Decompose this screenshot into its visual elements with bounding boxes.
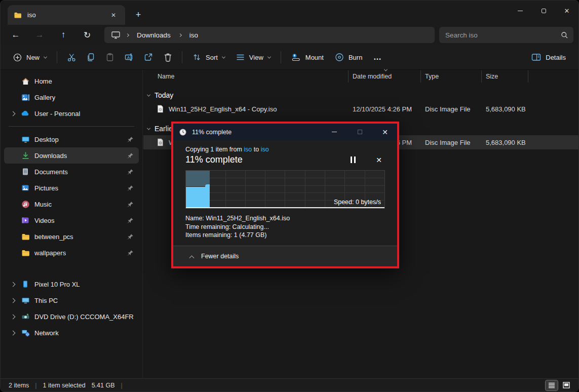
file-row-win11-copy-iso[interactable]: Win11_25H2_English_x64 - Copy.iso 12/10/… xyxy=(143,102,578,116)
videos-icon xyxy=(21,216,30,225)
new-tab-button[interactable]: + xyxy=(131,8,145,22)
status-separator: | xyxy=(121,382,123,389)
share-button[interactable] xyxy=(139,48,158,66)
copy-button[interactable] xyxy=(81,48,100,66)
pause-button[interactable] xyxy=(349,154,358,165)
fewer-details-button[interactable]: Fewer details xyxy=(173,246,397,266)
sort-button[interactable]: Sort xyxy=(187,48,230,66)
sidebar-label: Home xyxy=(34,77,52,85)
items-count: 2 items xyxy=(9,382,29,389)
dialog-close-button[interactable]: ✕ xyxy=(375,124,395,140)
sidebar-label: DVD Drive (D:) CCCOMA_X64FRE_EN-US_D xyxy=(34,313,134,321)
sidebar-item-pictures[interactable]: Pictures xyxy=(4,180,139,196)
column-header-type[interactable]: Type xyxy=(421,70,482,83)
chevron-right-icon[interactable] xyxy=(10,330,15,335)
column-header-name[interactable]: Name xyxy=(143,70,349,83)
sidebar-item-music[interactable]: Music xyxy=(4,196,139,212)
breadcrumb-iso[interactable]: iso xyxy=(187,30,200,40)
chevron-right-icon[interactable] xyxy=(10,282,15,287)
sidebar-item-network[interactable]: Network xyxy=(4,325,139,341)
chevron-right-icon[interactable] xyxy=(10,298,15,303)
forward-button[interactable]: → xyxy=(31,27,48,43)
details-view-toggle[interactable] xyxy=(546,380,558,390)
selection-count: 1 item selected xyxy=(43,382,86,389)
mount-button[interactable]: Mount xyxy=(286,48,329,66)
source-folder-link[interactable]: iso xyxy=(244,146,252,153)
sidebar-item-dvd-drive[interactable]: DVD Drive (D:) CCCOMA_X64FRE_EN-US_D xyxy=(4,308,139,325)
window-maximize-button[interactable] xyxy=(532,1,555,21)
delete-button[interactable] xyxy=(158,48,177,66)
onedrive-cloud-icon xyxy=(21,109,30,118)
group-header-today[interactable]: Today xyxy=(143,89,578,102)
sidebar-label: Desktop xyxy=(34,136,59,143)
navigation-bar: ← → ↑ ↻ Downloads iso xyxy=(1,25,578,45)
sidebar-item-wallpapers[interactable]: wallpapers xyxy=(4,245,139,261)
sidebar-item-pixel-10-pro-xl[interactable]: Pixel 10 Pro XL xyxy=(4,276,139,292)
dialog-titlebar: 11% complete ✕ xyxy=(173,124,397,140)
tab-iso[interactable]: iso ✕ xyxy=(8,5,125,25)
home-icon xyxy=(21,76,30,86)
cut-button[interactable] xyxy=(62,48,81,66)
breadcrumb-downloads[interactable]: Downloads xyxy=(135,30,173,40)
sidebar-item-this-pc[interactable]: This PC xyxy=(4,292,139,308)
sidebar-item-downloads[interactable]: Downloads xyxy=(4,147,139,164)
mount-icon xyxy=(291,53,301,62)
sidebar-divider xyxy=(9,126,134,127)
details-pane-button[interactable]: Details xyxy=(526,48,571,66)
rename-button[interactable]: A xyxy=(120,48,139,66)
fewer-details-label: Fewer details xyxy=(201,253,239,260)
minimize-icon xyxy=(518,11,523,11)
paste-button[interactable] xyxy=(100,48,120,66)
chart-fill-cyan xyxy=(186,187,210,208)
back-button[interactable]: ← xyxy=(7,27,24,43)
refresh-button[interactable]: ↻ xyxy=(79,27,96,43)
disc-image-file-icon xyxy=(157,138,164,146)
up-button[interactable]: ↑ xyxy=(55,27,72,43)
burn-label: Burn xyxy=(349,54,362,61)
cancel-copy-button[interactable]: ✕ xyxy=(373,155,385,165)
detail-time-remaining: Time remaining: Calculating... xyxy=(185,223,385,231)
large-icons-view-toggle[interactable] xyxy=(560,380,572,390)
view-icon xyxy=(236,54,245,61)
more-options-button[interactable]: … xyxy=(368,48,387,66)
tab-title: iso xyxy=(27,11,36,19)
downloads-icon xyxy=(21,151,30,160)
chevron-down-icon[interactable] xyxy=(147,93,150,96)
documents-icon xyxy=(21,167,30,176)
window-minimize-button[interactable] xyxy=(509,1,532,21)
chevron-right-icon[interactable] xyxy=(10,314,15,319)
view-button[interactable]: View xyxy=(230,48,276,66)
folder-icon xyxy=(14,11,22,19)
column-header-date-modified[interactable]: Date modified xyxy=(349,70,421,83)
sidebar-label: Music xyxy=(34,201,52,208)
sidebar-label: Pictures xyxy=(34,184,58,192)
pin-icon xyxy=(127,136,134,143)
sidebar-item-desktop[interactable]: Desktop xyxy=(4,131,139,147)
sidebar-item-gallery[interactable]: Gallery xyxy=(4,89,139,105)
chevron-down-icon[interactable] xyxy=(147,126,150,130)
window-close-button[interactable]: ✕ xyxy=(555,1,578,21)
burn-button[interactable]: Burn xyxy=(329,48,368,66)
sidebar-label: Gallery xyxy=(34,94,55,101)
search-input[interactable] xyxy=(445,31,561,39)
chevron-right-icon[interactable] xyxy=(10,111,15,116)
search-box[interactable] xyxy=(439,27,573,43)
sidebar-item-videos[interactable]: Videos xyxy=(4,212,139,228)
column-header-size[interactable]: Size xyxy=(482,70,528,83)
tab-close-icon[interactable]: ✕ xyxy=(108,10,119,21)
new-plus-icon xyxy=(13,53,22,62)
sidebar-item-documents[interactable]: Documents xyxy=(4,164,139,180)
address-bar[interactable]: Downloads iso xyxy=(104,27,435,43)
pin-icon xyxy=(127,201,134,208)
sidebar-item-home[interactable]: Home xyxy=(4,73,139,89)
dialog-maximize-button[interactable] xyxy=(350,124,370,140)
gallery-icon xyxy=(21,93,30,102)
dialog-minimize-button[interactable] xyxy=(324,124,344,140)
copy-progress-clock-icon xyxy=(179,128,187,136)
speed-chart: Speed: 0 bytes/s xyxy=(185,170,385,209)
new-button[interactable]: New xyxy=(8,48,52,66)
destination-folder-link[interactable]: iso xyxy=(261,146,269,153)
sidebar-item-between-pcs[interactable]: between_pcs xyxy=(4,228,139,245)
file-explorer-window: iso ✕ + ✕ ← → ↑ ↻ Downloads iso Ne xyxy=(0,0,579,392)
sidebar-item-onedrive[interactable]: User - Personal xyxy=(4,105,139,122)
